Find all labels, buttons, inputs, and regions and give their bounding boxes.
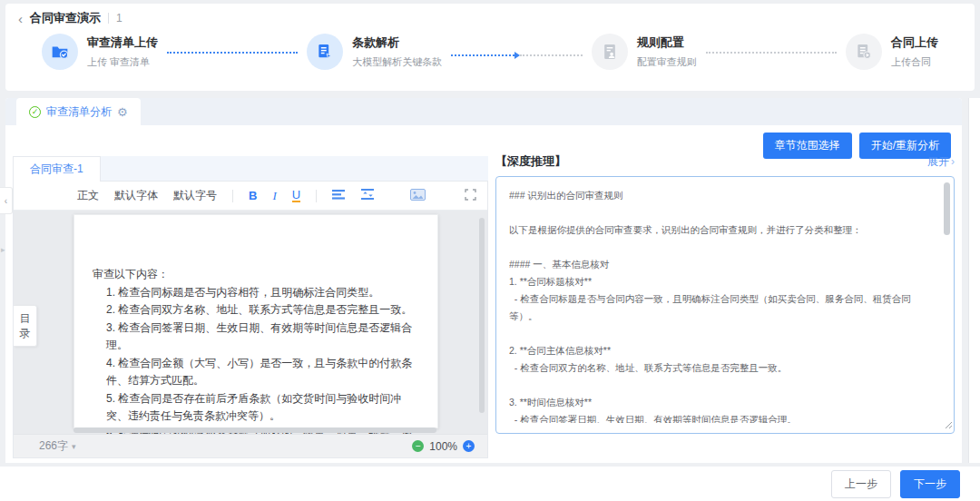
step-review-list-upload[interactable]: 审查清单上传 上传 审查清单	[42, 34, 158, 70]
tab-review-list-analysis[interactable]: ✓ 审查清单分析 ⚙	[16, 98, 141, 125]
step-title: 规则配置	[637, 34, 697, 52]
step-subtitle: 大模型解析关键条款	[352, 55, 442, 69]
font-family-select[interactable]: 默认字体	[114, 188, 158, 203]
chevron-right-icon: ›	[951, 155, 955, 168]
editor-tabbar: 合同审查-1	[13, 156, 488, 182]
doc-item-3: 3. 检查合同签署日期、生效日期、有效期等时间信息是否逻辑合理。	[106, 319, 423, 355]
line-height-icon[interactable]	[361, 189, 375, 202]
next-step-button[interactable]: 下一步	[900, 470, 960, 498]
rule-config-icon	[592, 34, 628, 70]
vertical-scrollbar[interactable]	[479, 218, 485, 413]
header-divider	[108, 13, 109, 24]
doc-item-1: 1. 检查合同标题是否与内容相符，且明确标注合同类型。	[106, 284, 423, 302]
editor-footer: 266字 ▾ − 100% +	[14, 434, 487, 457]
top-card: ‹ 合同审查演示 1 审查清单上传 上传 审查清单 条款解析 大模型解析关键条款	[5, 4, 975, 91]
step-connector-1	[158, 52, 307, 54]
doc-item-4: 4. 检查合同金额（大写、小写）是否一致，且与条款中的付款条件、结算方式匹配。	[106, 355, 423, 390]
collapse-left-handle[interactable]: ‹	[0, 187, 13, 214]
textarea-scrollbar[interactable]	[944, 182, 950, 235]
step-subtitle: 上传合同	[891, 55, 938, 69]
side-marker-icon: ▸	[1, 245, 5, 254]
toolbar-divider	[232, 190, 233, 202]
doc-item-2: 2. 检查合同双方名称、地址、联系方式等信息是否完整且一致。	[106, 301, 423, 319]
tab-strip: ✓ 审查清单分析 ⚙	[5, 98, 962, 125]
reasoning-title: 【深度推理】	[495, 153, 566, 170]
step-connector-2	[442, 52, 591, 59]
step-title: 合同上传	[891, 34, 938, 52]
contract-upload-icon	[846, 34, 882, 70]
reasoning-header: 【深度推理】 展开›	[495, 151, 955, 172]
insert-image-icon[interactable]	[410, 189, 426, 203]
editor-panel: 合同审查-1 正文 默认字体 默认字号 B I U	[13, 156, 488, 458]
step-connector-3	[697, 52, 846, 54]
main-card: ✓ 审查清单分析 ⚙ 章节范围选择 开始/重新分析 合同审查-1 正文 默认字体…	[5, 98, 962, 463]
page-title: 合同审查演示	[30, 10, 101, 26]
reasoning-panel: 【深度推理】 展开› ### 识别出的合同审查规则 以下是根据你提供的合同审查要…	[495, 151, 955, 458]
align-icon[interactable]	[332, 190, 346, 202]
step-title: 审查清单上传	[87, 34, 158, 52]
gear-icon[interactable]: ⚙	[117, 106, 128, 118]
step-title: 条款解析	[352, 34, 442, 52]
doc-parse-icon	[307, 34, 343, 70]
fullscreen-icon[interactable]	[465, 189, 476, 203]
horizontal-scrollbar[interactable]	[74, 427, 436, 433]
zoom-value: 100%	[429, 440, 457, 453]
editor-tabbar-rest	[101, 156, 488, 182]
reasoning-textarea[interactable]: ### 识别出的合同审查规则 以下是根据你提供的合同审查要求，识别出的合同审查规…	[495, 176, 955, 434]
step-clause-parse[interactable]: 条款解析 大模型解析关键条款	[307, 34, 442, 70]
right-panel-rail[interactable]	[968, 98, 980, 463]
step-contract-upload[interactable]: 合同上传 上传合同	[846, 34, 938, 70]
tab-label: 审查清单分析	[46, 104, 112, 120]
breadcrumb: ‹ 合同审查演示 1	[5, 4, 975, 26]
document-area: 审查以下内容： 1. 检查合同标题是否与内容相符，且明确标注合同类型。 2. 检…	[14, 211, 487, 434]
bottom-nav: 上一步 下一步	[0, 467, 980, 501]
reasoning-content: ### 识别出的合同审查规则 以下是根据你提供的合同审查要求，识别出的合同审查规…	[509, 187, 934, 423]
tab-contract-review-1[interactable]: 合同审查-1	[13, 156, 101, 182]
caret-down-icon: ▾	[72, 442, 76, 451]
word-count: 266字	[39, 438, 68, 454]
stepper: 审查清单上传 上传 审查清单 条款解析 大模型解析关键条款 规则配置 配置审查规…	[5, 34, 975, 70]
step-subtitle: 配置审查规则	[637, 55, 697, 69]
italic-button[interactable]: I	[272, 189, 276, 203]
underline-button[interactable]: U	[292, 189, 300, 202]
document-page[interactable]: 审查以下内容： 1. 检查合同标题是否与内容相符，且明确标注合同类型。 2. 检…	[74, 214, 438, 428]
paragraph-style-select[interactable]: 正文	[77, 188, 99, 203]
bold-button[interactable]: B	[249, 189, 257, 202]
toc-tab[interactable]: 目 录	[14, 305, 37, 347]
resize-handle-icon[interactable]	[945, 419, 953, 432]
word-count-dropdown[interactable]: 266字 ▾	[39, 438, 76, 454]
folder-check-icon	[42, 34, 78, 70]
doc-intro: 审查以下内容：	[93, 266, 423, 284]
zoom-out-icon[interactable]: −	[412, 440, 424, 452]
editor-toolbar: 正文 默认字体 默认字号 B I U	[14, 182, 487, 211]
step-subtitle: 上传 审查清单	[87, 55, 158, 69]
zoom-in-icon[interactable]: +	[463, 440, 475, 452]
back-icon[interactable]: ‹	[18, 12, 23, 25]
expand-link[interactable]: 展开›	[927, 154, 955, 170]
step-rule-config[interactable]: 规则配置 配置审查规则	[592, 34, 697, 70]
check-circle-icon: ✓	[29, 106, 41, 118]
header-badge: 1	[116, 12, 122, 25]
font-size-select[interactable]: 默认字号	[173, 188, 217, 203]
main-content: 章节范围选择 开始/重新分析 合同审查-1 正文 默认字体 默认字号 B I U	[5, 125, 962, 463]
editor-body: 正文 默认字体 默认字号 B I U	[13, 182, 488, 458]
doc-item-5: 5. 检查合同是否存在前后矛盾条款（如交货时间与验收时间冲突、违约责任与免责条款…	[106, 390, 423, 426]
prev-step-button[interactable]: 上一步	[831, 470, 891, 498]
toolbar-divider	[316, 190, 317, 202]
chevron-left-icon: ‹	[5, 196, 7, 206]
